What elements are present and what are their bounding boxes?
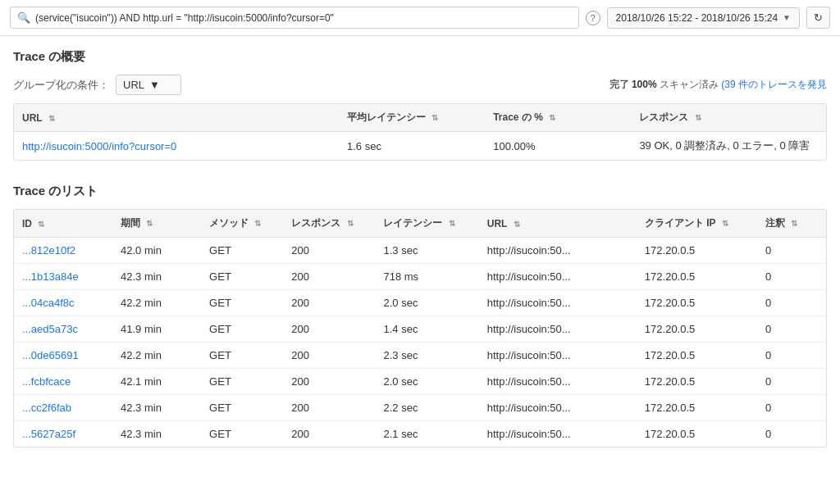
trace-cell-ip: 172.20.0.5: [637, 369, 757, 395]
trace-cell-period: 42.3 min: [112, 264, 201, 290]
trace-cell-ip: 172.20.0.5: [637, 395, 757, 421]
trace-cell-url: http://isucoin:50...: [479, 421, 637, 447]
trace-id-link[interactable]: ...aed5a73c: [22, 323, 78, 335]
trace-cell-period: 42.1 min: [112, 369, 201, 395]
group-by-select[interactable]: URL ▼: [116, 75, 181, 95]
trace-id-link[interactable]: ...0de65691: [22, 349, 79, 361]
sort-icon-id[interactable]: ⇅: [38, 220, 44, 229]
trace-cell-url: http://isucoin:50...: [479, 395, 637, 421]
trace-cell-response: 200: [283, 369, 375, 395]
trace-table-row: ...1b13a84e 42.3 min GET 200 718 ms http…: [14, 264, 826, 290]
trace-id-link[interactable]: ...1b13a84e: [22, 270, 79, 283]
trace-cell-method: GET: [201, 395, 283, 421]
sort-icon-latency[interactable]: ⇅: [449, 219, 455, 228]
sort-icon-note[interactable]: ⇅: [791, 219, 797, 228]
trace-id-link[interactable]: ...fcbfcace: [22, 375, 71, 388]
header: 🔍 (service("isucoin")) AND http.url = "h…: [0, 0, 840, 36]
trace-id-link[interactable]: ...cc2f6fab: [22, 402, 71, 414]
trace-cell-url: http://isucoin:50...: [479, 290, 637, 316]
trace-id-link[interactable]: ...5627a25f: [22, 428, 75, 440]
trace-cell-id: ...aed5a73c: [14, 316, 112, 343]
sort-icon-period[interactable]: ⇅: [146, 219, 153, 228]
sort-icon-trace-pct[interactable]: ⇅: [549, 113, 555, 122]
trace-cell-id: ...1b13a84e: [14, 264, 112, 290]
date-range-button[interactable]: 2018/10/26 15:22 - 2018/10/26 15:24 ▼: [607, 7, 800, 29]
sort-icon-ip[interactable]: ⇅: [722, 219, 728, 228]
summary-cell-avg-latency: 1.6 sec: [339, 132, 485, 161]
sort-icon-turl[interactable]: ⇅: [514, 220, 520, 229]
trace-cell-note: 0: [757, 343, 826, 369]
group-by-left: グループ化の条件： URL ▼: [13, 75, 181, 95]
summary-table-body: http://isucoin:5000/info?cursor=0 1.6 se…: [14, 132, 826, 161]
trace-cell-method: GET: [201, 290, 283, 316]
sort-icon-resp[interactable]: ⇅: [347, 219, 354, 228]
search-query-text: (service("isucoin")) AND http.url = "htt…: [35, 12, 572, 24]
sort-icon-method[interactable]: ⇅: [254, 219, 261, 228]
scan-count-link[interactable]: (39 件のトレースを発見: [721, 79, 827, 90]
trace-col-period: 期間 ⇅: [112, 210, 201, 238]
trace-cell-method: GET: [201, 421, 283, 447]
trace-list-section: Trace のリスト ID ⇅ 期間 ⇅ メソッド: [13, 184, 827, 447]
sort-icon-avg-latency[interactable]: ⇅: [431, 113, 438, 122]
trace-col-response: レスポンス ⇅: [283, 210, 375, 238]
trace-cell-url: http://isucoin:50...: [479, 343, 637, 369]
trace-cell-note: 0: [757, 421, 826, 447]
refresh-button[interactable]: ↻: [806, 7, 830, 29]
search-bar: 🔍 (service("isucoin")) AND http.url = "h…: [10, 7, 579, 29]
trace-list-table-wrapper: ID ⇅ 期間 ⇅ メソッド ⇅ レスポンス ⇅: [13, 209, 827, 447]
trace-cell-id: ...04ca4f8c: [14, 290, 112, 316]
trace-cell-latency: 2.2 sec: [375, 395, 478, 421]
trace-cell-period: 42.2 min: [112, 290, 201, 316]
trace-cell-url: http://isucoin:50...: [479, 264, 637, 290]
trace-list-header: ID ⇅ 期間 ⇅ メソッド ⇅ レスポンス ⇅: [14, 210, 826, 238]
trace-cell-id: ...0de65691: [14, 343, 112, 369]
trace-cell-ip: 172.20.0.5: [637, 264, 757, 290]
trace-id-link[interactable]: ...04ca4f8c: [22, 297, 75, 309]
trace-cell-id: ...cc2f6fab: [14, 395, 112, 421]
scan-status: 完了 100% スキャン済み (39 件のトレースを発見: [609, 78, 827, 92]
trace-cell-note: 0: [757, 238, 826, 264]
summary-url-link[interactable]: http://isucoin:5000/info?cursor=0: [22, 140, 176, 152]
trace-list-table-body: ...812e10f2 42.0 min GET 200 1.3 sec htt…: [14, 238, 826, 447]
summary-col-response: レスポンス ⇅: [631, 104, 826, 132]
group-by-label: グループ化の条件：: [13, 78, 109, 93]
trace-cell-response: 200: [283, 264, 375, 290]
trace-col-latency: レイテンシー ⇅: [375, 210, 478, 238]
scan-percent: 100%: [632, 79, 657, 90]
trace-cell-latency: 1.4 sec: [375, 316, 478, 343]
trace-cell-method: GET: [201, 264, 283, 290]
trace-table-row: ...0de65691 42.2 min GET 200 2.3 sec htt…: [14, 343, 826, 369]
trace-cell-response: 200: [283, 290, 375, 316]
trace-col-ip: クライアント IP ⇅: [637, 210, 757, 238]
trace-col-id: ID ⇅: [14, 210, 112, 238]
search-icon: 🔍: [17, 11, 30, 24]
sort-icon-response[interactable]: ⇅: [695, 113, 701, 122]
trace-id-link[interactable]: ...812e10f2: [22, 244, 75, 257]
trace-list-table: ID ⇅ 期間 ⇅ メソッド ⇅ レスポンス ⇅: [14, 210, 826, 447]
main-content: Trace の概要 グループ化の条件： URL ▼ 完了 100% スキャン済み…: [0, 36, 840, 484]
summary-table-header: URL ⇅ 平均レイテンシー ⇅ Trace の % ⇅ レスポンス ⇅: [14, 104, 826, 132]
scan-scanned-label: スキャン済み: [660, 79, 721, 90]
trace-cell-response: 200: [283, 343, 375, 369]
trace-cell-ip: 172.20.0.5: [637, 290, 757, 316]
trace-cell-note: 0: [757, 264, 826, 290]
group-by-value: URL: [123, 79, 144, 91]
help-icon[interactable]: ?: [586, 11, 600, 25]
summary-col-url: URL ⇅: [14, 104, 339, 132]
sort-icon-url[interactable]: ⇅: [48, 114, 55, 123]
trace-cell-method: GET: [201, 343, 283, 369]
trace-table-row: ...cc2f6fab 42.3 min GET 200 2.2 sec htt…: [14, 395, 826, 421]
trace-cell-id: ...812e10f2: [14, 238, 112, 264]
trace-cell-latency: 2.1 sec: [375, 421, 478, 447]
trace-cell-note: 0: [757, 316, 826, 343]
chevron-down-icon: ▼: [783, 13, 791, 22]
trace-table-row: ...5627a25f 42.3 min GET 200 2.1 sec htt…: [14, 421, 826, 447]
trace-cell-response: 200: [283, 238, 375, 264]
summary-table-wrapper: URL ⇅ 平均レイテンシー ⇅ Trace の % ⇅ レスポンス ⇅: [13, 103, 827, 161]
trace-cell-url: http://isucoin:50...: [479, 316, 637, 343]
group-by-chevron-icon: ▼: [149, 79, 160, 91]
trace-cell-response: 200: [283, 316, 375, 343]
summary-cell-url: http://isucoin:5000/info?cursor=0: [14, 132, 339, 161]
trace-cell-latency: 2.0 sec: [375, 290, 478, 316]
summary-table-row: http://isucoin:5000/info?cursor=0 1.6 se…: [14, 132, 826, 161]
